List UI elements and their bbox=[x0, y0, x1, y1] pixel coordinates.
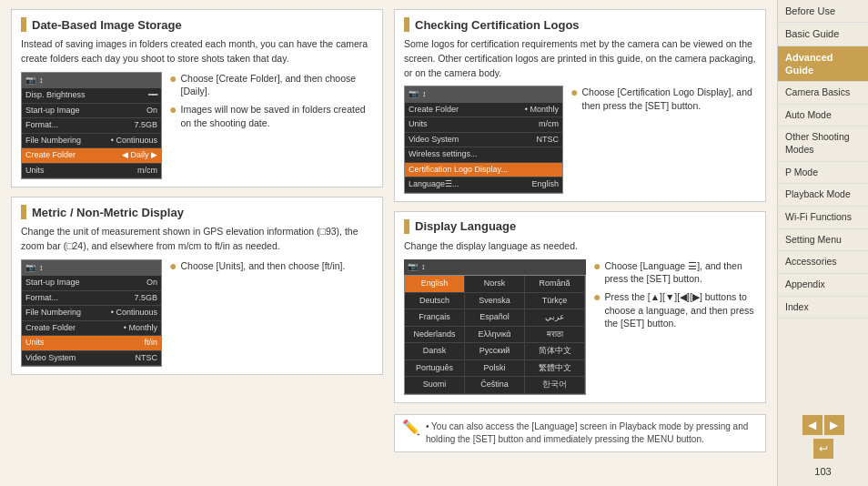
screen-row: Start-up ImageOn bbox=[22, 104, 161, 119]
screen-row: File Numbering• Continuous bbox=[22, 134, 161, 149]
screen-row-highlighted: Certification Logo Display... bbox=[405, 163, 562, 178]
display-language-section: Display Language Change the display lang… bbox=[394, 211, 766, 403]
sidebar-item-appendix[interactable]: Appendix bbox=[778, 274, 868, 297]
date-based-content: 📷 ↕ Disp. Brightness━━ Start-up ImageOn … bbox=[21, 72, 373, 180]
screen-row: Unitsm/cm bbox=[22, 164, 161, 179]
certification-content: 📷 ↕ Create Folder• Monthly Unitsm/cm Vid… bbox=[404, 86, 756, 194]
title-bar bbox=[404, 17, 409, 32]
screen-row: Format...7.5GB bbox=[22, 291, 161, 307]
language-grid-container: 📷↕ English Norsk Română Deutsch Svenska … bbox=[404, 259, 586, 395]
note-text: • You can also access the [Language] scr… bbox=[426, 420, 758, 446]
screen-row: Wireless settings... bbox=[405, 147, 562, 163]
lang-cell: عربي bbox=[525, 309, 585, 327]
screen-row: Format...7.5GB bbox=[22, 118, 161, 134]
screen-row: Create Folder• Monthly bbox=[22, 321, 161, 337]
prev-button[interactable]: ◀ bbox=[802, 415, 823, 435]
sidebar-navigation: ◀ ▶ ↩ 103 bbox=[778, 410, 868, 486]
lang-cell: Deutsch bbox=[405, 293, 465, 310]
date-based-body: Instead of saving images in folders crea… bbox=[21, 37, 373, 179]
sidebar-item-before-use[interactable]: Before Use bbox=[778, 0, 868, 23]
date-based-section: Date-Based Image Storage Instead of savi… bbox=[11, 9, 383, 187]
certification-body: Some logos for certification requirement… bbox=[404, 37, 756, 194]
certification-bullets: ● Choose [Certification Logo Display], a… bbox=[570, 86, 756, 194]
lang-cell: Svenska bbox=[465, 293, 525, 310]
right-column: Checking Certification Logos Some logos … bbox=[394, 9, 766, 477]
lang-cell: English bbox=[405, 276, 465, 293]
metric-bullets: ● Choose [Units], and then choose [ft/in… bbox=[169, 259, 373, 368]
camera-screen-1: 📷 ↕ Disp. Brightness━━ Start-up ImageOn … bbox=[21, 72, 162, 180]
return-button[interactable]: ↩ bbox=[813, 439, 833, 459]
date-based-bullets: ● Choose [Create Folder], and then choos… bbox=[169, 72, 373, 180]
sidebar-item-advanced-guide[interactable]: Advanced Guide bbox=[778, 46, 868, 83]
screen-row: Video SystemNTSC bbox=[22, 351, 161, 367]
screen-row: Video SystemNTSC bbox=[405, 133, 562, 148]
screen-header-2: 📷 ↕ bbox=[22, 260, 161, 277]
sidebar-item-p-mode[interactable]: P Mode bbox=[778, 162, 868, 185]
camera-screen-2: 📷 ↕ Start-up ImageOn Format...7.5GB File… bbox=[21, 259, 162, 368]
metric-body: Change the unit of measurement shown in … bbox=[21, 225, 373, 367]
bullet-item: ● Images will now be saved in folders cr… bbox=[169, 103, 373, 129]
camera-screen-3: 📷 ↕ Create Folder• Monthly Unitsm/cm Vid… bbox=[404, 86, 563, 194]
lang-cell: Norsk bbox=[465, 276, 525, 293]
bullet-item: ● Choose [Certification Logo Display], a… bbox=[570, 86, 756, 112]
screen-header-1: 📷 ↕ bbox=[22, 73, 161, 89]
screen-row: Start-up ImageOn bbox=[22, 276, 161, 291]
screen-row-highlighted: Unitsft/in bbox=[22, 336, 161, 351]
bullet-item: ● Press the [▲][▼][◀][▶] buttons to choo… bbox=[593, 290, 756, 330]
metric-section: Metric / Non-Metric Display Change the u… bbox=[11, 197, 383, 375]
lang-cell: Čeština bbox=[465, 377, 525, 394]
title-bar bbox=[21, 17, 26, 32]
sidebar-item-camera-basics[interactable]: Camera Basics bbox=[778, 82, 868, 105]
screen-row: Create Folder• Monthly bbox=[405, 103, 562, 118]
sidebar-item-auto-mode[interactable]: Auto Mode bbox=[778, 105, 868, 127]
date-based-title: Date-Based Image Storage bbox=[21, 17, 373, 32]
screen-row: Disp. Brightness━━ bbox=[22, 88, 161, 104]
lang-cell: Türkçe bbox=[525, 293, 585, 310]
screen-row: Unitsm/cm bbox=[405, 117, 562, 133]
lang-cell: 简体中文 bbox=[525, 343, 585, 360]
lang-cell: Français bbox=[405, 309, 465, 327]
sidebar-item-basic-guide[interactable]: Basic Guide bbox=[778, 23, 868, 46]
lang-cell: Polski bbox=[465, 360, 525, 378]
nav-arrows: ◀ ▶ bbox=[802, 415, 844, 435]
metric-title: Metric / Non-Metric Display bbox=[21, 205, 373, 219]
bullet-item: ● Choose [Units], and then choose [ft/in… bbox=[169, 259, 373, 273]
next-button[interactable]: ▶ bbox=[824, 415, 844, 435]
note-icon: ✏️ bbox=[402, 420, 420, 446]
certification-title: Checking Certification Logos bbox=[404, 17, 756, 32]
lang-cell: Nederlands bbox=[405, 327, 465, 344]
lang-grid-header: 📷↕ bbox=[404, 259, 586, 276]
sidebar-item-other-shooting[interactable]: Other Shooting Modes bbox=[778, 127, 868, 161]
sidebar-item-setting-menu[interactable]: Setting Menu bbox=[778, 229, 868, 252]
display-language-bullets: ● Choose [Language ☰], and then press th… bbox=[593, 259, 756, 395]
sidebar-item-wifi[interactable]: Wi-Fi Functions bbox=[778, 207, 868, 229]
sidebar-item-index[interactable]: Index bbox=[778, 297, 868, 319]
lang-cell: मराठा bbox=[525, 327, 585, 344]
bullet-item: ● Choose [Language ☰], and then press th… bbox=[593, 259, 756, 286]
screen-row: File Numbering• Continuous bbox=[22, 306, 161, 321]
screen-row: Language☰...English bbox=[405, 177, 562, 193]
sidebar: Before Use Basic Guide Advanced Guide Ca… bbox=[777, 0, 868, 486]
lang-cell: Suomi bbox=[405, 377, 465, 394]
lang-cell: 한국어 bbox=[525, 377, 585, 394]
lang-cell: Română bbox=[525, 276, 585, 293]
left-column: Date-Based Image Storage Instead of savi… bbox=[11, 9, 383, 477]
main-content: Date-Based Image Storage Instead of savi… bbox=[0, 0, 777, 486]
screen-row-highlighted: Create Folder◀ Daily ▶ bbox=[22, 148, 161, 164]
lang-cell: Português bbox=[405, 360, 465, 378]
sidebar-item-accessories[interactable]: Accessories bbox=[778, 251, 868, 274]
title-bar bbox=[21, 205, 26, 219]
lang-cell: 繁體中文 bbox=[525, 360, 585, 378]
screen-header-3: 📷 ↕ bbox=[405, 86, 562, 103]
page-number: 103 bbox=[809, 462, 836, 481]
note-box: ✏️ • You can also access the [Language] … bbox=[394, 414, 766, 452]
display-language-title: Display Language bbox=[404, 219, 756, 234]
lang-cell: Ελληνικά bbox=[465, 327, 525, 344]
title-bar bbox=[404, 219, 409, 234]
lang-cell: Dansk bbox=[405, 343, 465, 360]
sidebar-item-playback-mode[interactable]: Playback Mode bbox=[778, 184, 868, 207]
bullet-item: ● Choose [Create Folder], and then choos… bbox=[169, 72, 373, 98]
certification-section: Checking Certification Logos Some logos … bbox=[394, 9, 766, 202]
display-language-body: Change the display language as needed. 📷… bbox=[404, 239, 756, 395]
lang-cell: Русский bbox=[465, 343, 525, 360]
